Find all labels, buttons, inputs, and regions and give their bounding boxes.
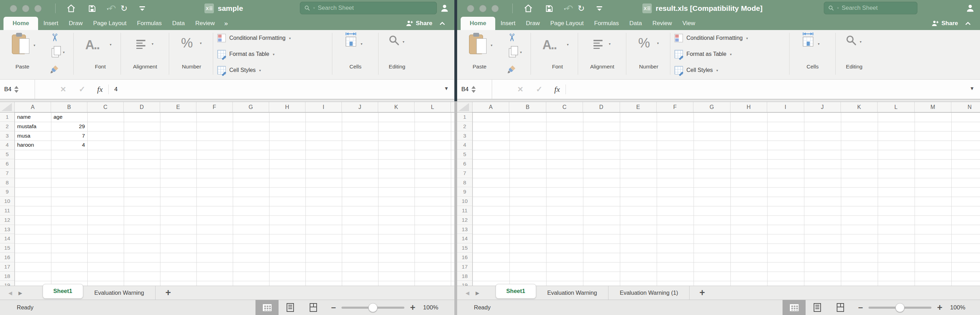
prev-sheet-icon[interactable]: ◀ (8, 290, 12, 296)
column-header[interactable]: E (620, 102, 657, 112)
row-header[interactable]: 2 (0, 122, 14, 131)
conditional-formatting-button[interactable]: Conditional Formatting ▾ (675, 33, 748, 43)
undo-caret-icon[interactable]: ▾ (107, 7, 109, 11)
cells-caret-icon[interactable]: ▾ (818, 42, 819, 46)
zoom-out-button[interactable]: − (858, 303, 863, 313)
stepper-up-icon[interactable] (14, 86, 19, 89)
row-header[interactable]: 19 (457, 281, 472, 286)
row-header[interactable]: 6 (457, 159, 472, 169)
copy-icon[interactable] (52, 48, 59, 57)
row-header[interactable]: 11 (457, 206, 472, 215)
prev-sheet-icon[interactable]: ◀ (466, 290, 469, 296)
paste-icon[interactable] (469, 33, 487, 55)
name-box-stepper[interactable] (14, 86, 19, 93)
column-header[interactable]: B (509, 102, 546, 112)
column-header[interactable]: G (233, 102, 269, 112)
column-header[interactable]: K (841, 102, 878, 112)
editing-caret-icon[interactable]: ▾ (860, 40, 862, 44)
zoom-slider[interactable] (869, 307, 931, 309)
font-caret-icon[interactable]: ▾ (567, 43, 569, 46)
ribbon-tab[interactable]: Page Layout (88, 17, 131, 30)
column-header[interactable]: L (415, 102, 451, 112)
column-header[interactable]: A (473, 102, 509, 112)
zoom-level[interactable]: 100% (950, 304, 965, 311)
row-header[interactable]: 10 (457, 196, 472, 206)
save-icon[interactable] (88, 4, 97, 13)
search-input[interactable]: ˅ Search Sheet (824, 2, 918, 14)
row-header[interactable]: 10 (0, 196, 14, 206)
column-header[interactable]: J (804, 102, 841, 112)
format-as-table-button[interactable]: Format as Table ▾ (675, 49, 732, 59)
column-header[interactable]: J (342, 102, 378, 112)
next-sheet-icon[interactable]: ▶ (19, 290, 22, 296)
minimize-button[interactable] (479, 5, 487, 12)
formula-bar-expand-icon[interactable]: ▼ (444, 85, 449, 91)
cell-A2[interactable]: mustafa (15, 122, 51, 131)
row-header[interactable]: 8 (0, 178, 14, 188)
zoom-in-button[interactable]: + (410, 302, 415, 313)
zoom-out-button[interactable]: − (331, 303, 336, 313)
zoom-level[interactable]: 100% (423, 304, 438, 311)
number-caret-icon[interactable]: ▾ (657, 41, 659, 45)
cell-A4[interactable]: haroon (15, 140, 51, 150)
ribbon-tab[interactable]: Data (624, 17, 647, 30)
save-icon[interactable] (545, 4, 554, 13)
ribbon-tab[interactable]: Review (647, 17, 677, 30)
cell-styles-button[interactable]: Cell Styles ▾ (217, 65, 261, 76)
cell-B2[interactable]: 29 (51, 122, 88, 131)
editing-caret-icon[interactable]: ▾ (402, 40, 404, 44)
zoom-slider-thumb[interactable] (368, 303, 377, 312)
row-header[interactable]: 15 (457, 244, 472, 253)
column-header[interactable]: K (378, 102, 415, 112)
column-header[interactable]: I (305, 102, 342, 112)
sheet-tab[interactable]: Sheet1 (496, 284, 536, 299)
row-header[interactable]: 7 (0, 169, 14, 178)
alignment-caret-icon[interactable]: ▾ (609, 42, 611, 46)
editing-icon[interactable] (845, 34, 857, 46)
normal-view-button[interactable] (783, 300, 806, 315)
row-header[interactable]: 16 (457, 253, 472, 262)
row-header[interactable]: 9 (0, 187, 14, 196)
undo-icon[interactable]: ↶▾ (108, 4, 109, 13)
zoom-slider-thumb[interactable] (896, 303, 905, 312)
ribbon-tab[interactable]: Formulas (589, 17, 624, 30)
page-layout-view-button[interactable] (278, 300, 302, 315)
cell-B1[interactable]: age (51, 112, 88, 122)
row-header[interactable]: 1 (457, 112, 472, 122)
cancel-entry-icon[interactable]: ✕ (517, 85, 523, 93)
ribbon-tab[interactable]: View (677, 17, 700, 30)
next-sheet-icon[interactable]: ▶ (476, 290, 479, 296)
column-header[interactable]: N (951, 102, 980, 112)
stepper-up-icon[interactable] (471, 86, 476, 89)
row-header[interactable]: 5 (457, 150, 472, 159)
ribbon-tab[interactable]: Draw (64, 17, 88, 30)
sheet-tab[interactable]: Sheet1 (43, 284, 83, 299)
cell-styles-button[interactable]: Cell Styles ▾ (675, 65, 718, 76)
cell-A1[interactable]: name (15, 112, 51, 122)
cut-icon[interactable]: ✂ (49, 33, 61, 42)
paste-caret-icon[interactable]: ▾ (33, 43, 35, 47)
row-header[interactable]: 4 (0, 140, 14, 150)
fullscreen-button[interactable] (492, 5, 499, 12)
row-header[interactable]: 19 (0, 281, 14, 286)
zoom-in-button[interactable]: + (937, 302, 942, 313)
column-header[interactable]: F (657, 102, 694, 112)
column-header[interactable]: G (694, 102, 730, 112)
page-break-view-button[interactable] (302, 300, 325, 315)
copy-icon[interactable] (509, 48, 516, 57)
editing-icon[interactable] (388, 34, 400, 46)
cancel-entry-icon[interactable]: ✕ (60, 85, 67, 93)
format-as-table-button[interactable]: Format as Table ▾ (217, 49, 274, 59)
row-header[interactable]: 9 (457, 187, 472, 196)
collapse-ribbon-icon[interactable] (439, 22, 445, 25)
row-header[interactable]: 5 (0, 150, 14, 159)
row-header[interactable]: 15 (0, 244, 14, 253)
paste-caret-icon[interactable]: ▾ (491, 43, 492, 47)
row-header[interactable]: 14 (0, 234, 14, 244)
row-header[interactable]: 8 (457, 178, 472, 188)
add-sheet-button[interactable]: + (165, 288, 171, 298)
stepper-down-icon[interactable] (14, 90, 19, 93)
row-header[interactable]: 12 (457, 215, 472, 225)
column-header[interactable]: C (88, 102, 124, 112)
alignment-icon[interactable] (136, 40, 145, 49)
